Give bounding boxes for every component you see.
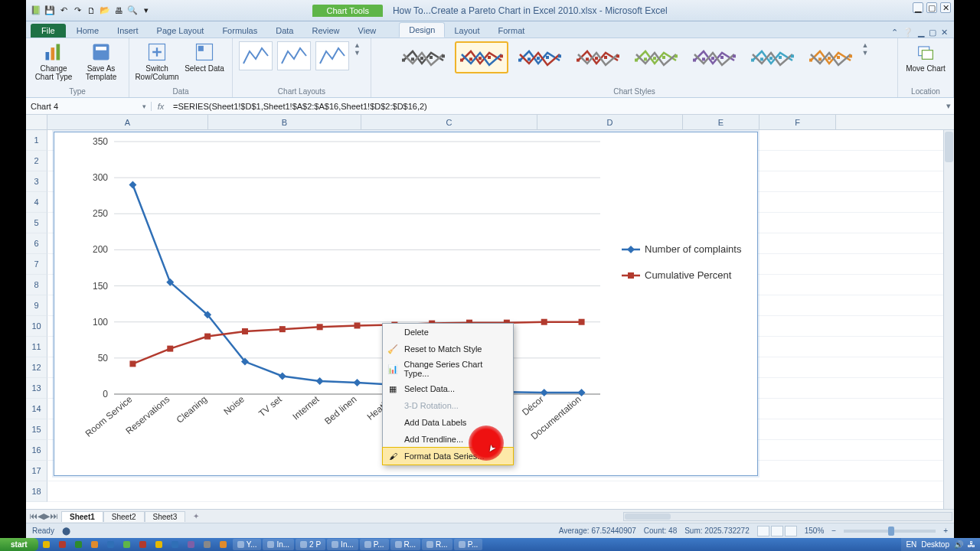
taskbar-app-button[interactable]: In...	[263, 539, 294, 550]
taskbar-app-button[interactable]: P...	[360, 539, 389, 550]
chart-style-option[interactable]	[804, 41, 858, 73]
view-page-break-icon[interactable]	[785, 526, 797, 536]
quicklaunch-item[interactable]	[70, 539, 87, 550]
taskbar-app-button[interactable]: R...	[390, 539, 421, 550]
name-box[interactable]: Chart 4 ▾	[26, 102, 152, 111]
tab-data[interactable]: Data	[266, 24, 302, 37]
row-header[interactable]: 17	[26, 461, 47, 481]
tray-lang[interactable]: EN	[906, 540, 916, 549]
tray-network-icon[interactable]: 🖧	[968, 540, 975, 549]
row-header[interactable]: 4	[26, 192, 47, 213]
row-header[interactable]: 14	[26, 399, 47, 419]
view-normal-icon[interactable]	[757, 526, 769, 536]
zoom-slider[interactable]	[844, 530, 936, 533]
sheet-tab-new[interactable]: ✦	[185, 511, 207, 521]
sheet-nav-next-icon[interactable]: ▶	[44, 511, 50, 521]
taskbar-app-button[interactable]: Y...	[233, 539, 262, 550]
quicklaunch-item[interactable]	[135, 539, 151, 550]
tab-formulas[interactable]: Formulas	[213, 24, 266, 37]
save-as-template-button[interactable]: Save As Template	[80, 41, 122, 81]
macro-record-icon[interactable]: ⬤	[62, 527, 70, 535]
tray-desktop[interactable]: Desktop	[921, 540, 949, 549]
window-controls-min-icon[interactable]: ▁	[918, 28, 924, 37]
switch-row-column-button[interactable]: Switch Row/Column	[136, 41, 178, 81]
row-header[interactable]: 8	[26, 275, 47, 295]
tab-view[interactable]: View	[349, 24, 386, 37]
quicklaunch-item[interactable]	[215, 539, 231, 550]
start-button[interactable]: start	[0, 538, 38, 551]
minimize-ribbon-icon[interactable]: ⌃	[891, 28, 898, 37]
quicklaunch-item[interactable]	[119, 539, 135, 550]
formula-expand-icon[interactable]: ▾	[943, 101, 954, 111]
select-data-button[interactable]: Select Data	[183, 41, 226, 73]
row-header[interactable]: 15	[26, 419, 47, 440]
column-header-a[interactable]: A	[47, 115, 208, 129]
taskbar-app-button[interactable]: R...	[422, 539, 452, 550]
sheet-tab-sheet3[interactable]: Sheet3	[145, 511, 186, 522]
chart-style-option[interactable]	[688, 41, 741, 73]
row-header[interactable]: 16	[26, 440, 47, 461]
tab-file[interactable]: File	[31, 24, 66, 37]
chart-object[interactable]: 050100150200250300350Room ServiceReserva…	[54, 132, 758, 476]
zoom-in-icon[interactable]: +	[943, 527, 948, 535]
taskbar-app-button[interactable]: 2 P	[296, 539, 325, 550]
chart-styles-more-icon[interactable]: ▲▼	[862, 41, 873, 57]
row-header[interactable]: 7	[26, 254, 47, 275]
chart-style-option[interactable]	[513, 41, 567, 73]
quicklaunch-item[interactable]	[167, 539, 183, 550]
row-header[interactable]: 3	[26, 171, 47, 192]
quicklaunch-item[interactable]	[87, 539, 103, 550]
quicklaunch-item[interactable]	[38, 539, 54, 550]
zoom-out-icon[interactable]: −	[831, 527, 836, 535]
column-header-e[interactable]: E	[683, 115, 760, 129]
formula-input[interactable]: =SERIES(Sheet1!$D$1,Sheet1!$A$2:$A$16,Sh…	[170, 102, 943, 111]
chart-layouts-more-icon[interactable]: ▲▼	[354, 41, 364, 57]
sheet-tab-sheet2[interactable]: Sheet2	[103, 511, 145, 522]
minimize-icon[interactable]: ▁	[913, 2, 923, 13]
tab-design[interactable]: Design	[399, 22, 445, 37]
chart-style-option[interactable]	[397, 41, 450, 73]
sheet-nav-prev-icon[interactable]: ◀	[38, 511, 44, 521]
row-header[interactable]: 1	[26, 130, 47, 151]
tray-volume-icon[interactable]: 🔊	[954, 540, 963, 549]
chart-style-option[interactable]	[455, 41, 508, 73]
close-icon[interactable]: ✕	[940, 2, 951, 13]
sheet-tab-sheet1[interactable]: Sheet1	[61, 511, 103, 522]
row-header[interactable]: 10	[26, 316, 47, 337]
quicklaunch-item[interactable]	[151, 539, 167, 550]
change-chart-type-button[interactable]: Change Chart Type	[32, 41, 75, 81]
name-box-dropdown-icon[interactable]: ▾	[142, 103, 146, 110]
quicklaunch-item[interactable]	[199, 539, 215, 550]
menu-add-data-labels[interactable]: Add Data Labels	[383, 414, 513, 431]
fx-icon[interactable]: fx	[152, 102, 170, 111]
column-header-c[interactable]: C	[361, 115, 537, 129]
column-header-d[interactable]: D	[537, 115, 683, 129]
row-header[interactable]: 6	[26, 233, 47, 254]
sheet-nav-last-icon[interactable]: ⏭	[50, 511, 58, 521]
menu-change-series-chart-type[interactable]: 📊Change Series Chart Type...	[383, 357, 513, 380]
row-header[interactable]: 18	[26, 481, 47, 502]
select-all-corner[interactable]	[26, 115, 47, 129]
row-header[interactable]: 9	[26, 295, 47, 316]
help-icon[interactable]: ❔	[903, 28, 913, 37]
horizontal-scrollbar[interactable]	[623, 512, 952, 521]
quicklaunch-item[interactable]	[183, 539, 199, 550]
tab-page-layout[interactable]: Page Layout	[148, 24, 214, 37]
tab-review[interactable]: Review	[302, 24, 348, 37]
taskbar-app-button[interactable]: In...	[327, 539, 358, 550]
tab-insert[interactable]: Insert	[108, 24, 148, 37]
zoom-level[interactable]: 150%	[805, 527, 825, 535]
quicklaunch-item[interactable]	[103, 539, 119, 550]
tab-home[interactable]: Home	[67, 24, 108, 37]
column-header-b[interactable]: B	[208, 115, 361, 129]
row-header[interactable]: 12	[26, 357, 47, 378]
row-header[interactable]: 13	[26, 378, 47, 399]
quicklaunch-item[interactable]	[54, 539, 70, 550]
vertical-scrollbar[interactable]	[943, 130, 954, 509]
chart-style-option[interactable]	[629, 41, 683, 73]
menu-delete[interactable]: Delete	[383, 324, 513, 341]
tab-format[interactable]: Format	[488, 24, 534, 37]
column-header-f[interactable]: F	[760, 115, 836, 129]
chart-layout-option[interactable]	[315, 41, 349, 70]
menu-reset-to-match-style[interactable]: 🧹Reset to Match Style	[383, 341, 513, 357]
